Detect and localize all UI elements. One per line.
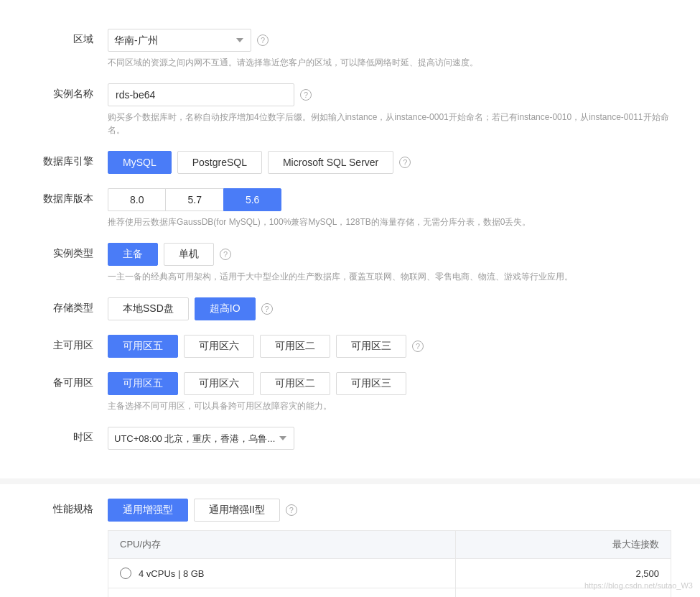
db-version-label: 数据库版本 [29,188,93,205]
spec-row-2-cpu: 4 vCPUs | 16 GB [108,588,456,598]
spec-row-2-connections: 5,000 [455,588,671,598]
timezone-content: UTC+08:00 北京，重庆，香港，乌鲁... [108,427,671,450]
spec-row-2[interactable]: 4 vCPUs | 16 GB 5,000 [108,588,671,598]
instance-type-label: 实例类型 [29,243,93,260]
performance-type-options: 通用增强型 通用增强II型 ? [108,499,671,522]
performance-label: 性能规格 [29,499,93,516]
db-version-57[interactable]: 5.7 [165,188,223,211]
primary-zone-options: 可用区五 可用区六 可用区二 可用区三 ? [108,335,671,358]
storage-type-label: 存储类型 [29,297,93,315]
spec-row-1-connections: 2,500 [455,559,671,588]
storage-type-options: 本地SSD盘 超高IO ? [108,297,671,320]
primary-zone-row: 主可用区 可用区五 可用区六 可用区二 可用区三 ? [22,335,678,358]
spec-col-cpu: CPU/内存 [108,531,456,559]
storage-ultra-high-io[interactable]: 超高IO [195,297,256,320]
db-engine-sqlserver[interactable]: Microsoft SQL Server [268,151,393,174]
instance-type-master-standby[interactable]: 主备 [108,243,158,266]
instance-name-row: 实例名称 ? 购买多个数据库时，名称自动按序增加4位数字后缀。例如输入insta… [22,83,678,136]
db-version-content: 8.0 5.7 5.6 推荐使用云数据库GaussDB(for MySQL)，1… [108,188,671,228]
instance-name-help-icon[interactable]: ? [300,89,312,101]
primary-zone-five[interactable]: 可用区五 [108,335,178,358]
performance-content: 通用增强型 通用增强II型 ? CPU/内存 最大连接数 [108,499,671,597]
db-engine-postgresql[interactable]: PostgreSQL [177,151,262,174]
instance-type-help-icon[interactable]: ? [220,249,231,260]
db-engine-content: MySQL PostgreSQL Microsoft SQL Server ? [108,151,671,174]
db-engine-options: MySQL PostgreSQL Microsoft SQL Server ? [108,151,671,174]
primary-zone-label: 主可用区 [29,335,93,352]
standby-zone-options: 可用区五 可用区六 可用区二 可用区三 [108,372,671,395]
instance-name-hint: 购买多个数据库时，名称自动按序增加4位数字后缀。例如输入instance，从in… [108,111,671,136]
timezone-label: 时区 [29,427,93,444]
region-select[interactable]: 华南-广州华北-北京华东-上海 [108,29,251,52]
instance-type-hint: 一主一备的经典高可用架构，适用于大中型企业的生产数据库，覆盖互联网、物联网、零售… [108,270,671,283]
instance-name-input[interactable] [108,83,294,106]
performance-help-icon[interactable]: ? [286,504,297,516]
db-engine-row: 数据库引擎 MySQL PostgreSQL Microsoft SQL Ser… [22,151,678,174]
region-content: 华南-广州华北-北京华东-上海 ? 不同区域的资源之间内网不互通。请选择靠近您客… [108,29,671,69]
perf-type-general-enhanced2[interactable]: 通用增强II型 [194,499,280,522]
spec-row-1[interactable]: 4 vCPUs | 8 GB 2,500 [108,559,671,588]
spec-radio-1[interactable] [120,568,131,579]
db-version-80[interactable]: 8.0 [108,188,165,211]
instance-type-single[interactable]: 单机 [164,243,214,266]
primary-zone-help-icon[interactable]: ? [412,341,424,352]
instance-name-label: 实例名称 [29,83,93,101]
instance-name-content: ? 购买多个数据库时，名称自动按序增加4位数字后缀。例如输入instance，从… [108,83,671,136]
spec-row-1-cpu: 4 vCPUs | 8 GB [108,559,456,588]
standby-zone-hint: 主备选择不同可用区，可以具备跨可用区故障容灾的能力。 [108,399,671,412]
standby-zone-label: 备可用区 [29,372,93,389]
storage-type-content: 本地SSD盘 超高IO ? [108,297,671,320]
standby-zone-three[interactable]: 可用区三 [336,372,406,395]
region-hint: 不同区域的资源之间内网不互通。请选择靠近您客户的区域，可以降低网络时延、提高访问… [108,56,671,69]
db-version-row: 数据库版本 8.0 5.7 5.6 推荐使用云数据库GaussDB(for My… [22,188,678,228]
standby-zone-row: 备可用区 可用区五 可用区六 可用区二 可用区三 主备选择不同可用区，可以具备跨… [22,372,678,412]
region-label: 区域 [29,29,93,46]
standby-zone-two[interactable]: 可用区二 [260,372,330,395]
primary-zone-content: 可用区五 可用区六 可用区二 可用区三 ? [108,335,671,358]
spec-col-connections: 最大连接数 [455,531,671,559]
primary-zone-two[interactable]: 可用区二 [260,335,330,358]
standby-zone-five[interactable]: 可用区五 [108,372,178,395]
db-engine-label: 数据库引擎 [29,151,93,168]
timezone-select[interactable]: UTC+08:00 北京，重庆，香港，乌鲁... [108,427,294,450]
db-engine-help-icon[interactable]: ? [399,157,411,168]
perf-type-general-enhanced[interactable]: 通用增强型 [108,499,188,522]
primary-zone-three[interactable]: 可用区三 [336,335,406,358]
storage-type-help-icon[interactable]: ? [261,303,273,315]
instance-type-content: 主备 单机 ? 一主一备的经典高可用架构，适用于大中型企业的生产数据库，覆盖互联… [108,243,671,283]
region-row: 区域 华南-广州华北-北京华东-上海 ? 不同区域的资源之间内网不互通。请选择靠… [22,29,678,69]
performance-row: 性能规格 通用增强型 通用增强II型 ? CPU/内存 最大连接数 [22,499,678,597]
db-engine-mysql[interactable]: MySQL [108,151,172,174]
region-help-icon[interactable]: ? [257,34,269,46]
db-version-56[interactable]: 5.6 [223,188,281,211]
db-version-options: 8.0 5.7 5.6 [108,188,671,211]
standby-zone-six[interactable]: 可用区六 [184,372,254,395]
primary-zone-six[interactable]: 可用区六 [184,335,254,358]
instance-type-options: 主备 单机 ? [108,243,671,266]
db-version-hint: 推荐使用云数据库GaussDB(for MySQL)，100%兼容MySQL，1… [108,216,671,228]
storage-type-row: 存储类型 本地SSD盘 超高IO ? [22,297,678,320]
instance-type-row: 实例类型 主备 单机 ? 一主一备的经典高可用架构，适用于大中型企业的生产数据库… [22,243,678,283]
timezone-row: 时区 UTC+08:00 北京，重庆，香港，乌鲁... [22,427,678,450]
spec-row-1-cpu-label: 4 vCPUs | 8 GB [139,568,205,579]
storage-local-ssd[interactable]: 本地SSD盘 [108,297,189,320]
standby-zone-content: 可用区五 可用区六 可用区二 可用区三 主备选择不同可用区，可以具备跨可用区故障… [108,372,671,412]
spec-table: CPU/内存 最大连接数 4 vCPUs | 8 GB [108,530,671,597]
